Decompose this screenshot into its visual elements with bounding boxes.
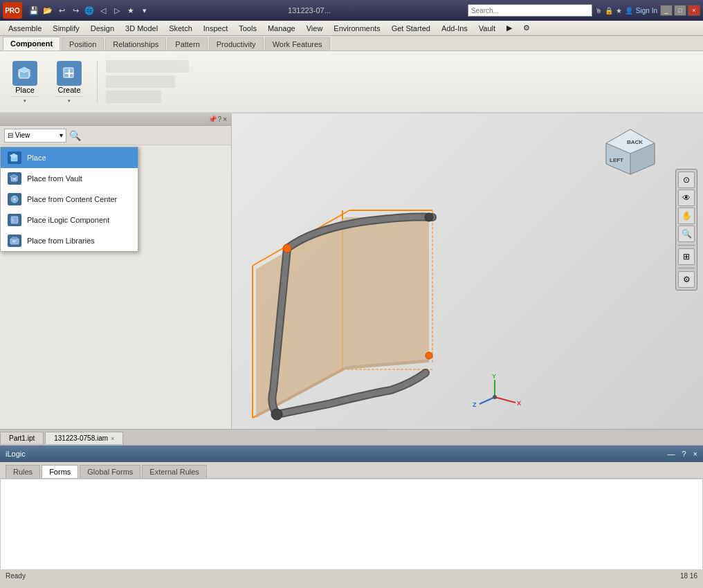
open-btn[interactable]: 📂: [42, 4, 54, 17]
window-title: 131223-07...: [154, 6, 465, 15]
orbit-btn[interactable]: ⊙: [678, 172, 695, 188]
coordinates: 18 16: [680, 572, 697, 580]
zoom-btn[interactable]: 🔍: [678, 226, 695, 242]
nav-forward-btn[interactable]: ▷: [111, 4, 123, 17]
menu-simplify[interactable]: Simplify: [47, 23, 85, 34]
file-tab-part1[interactable]: Part1.ipt: [0, 432, 44, 444]
panel-controls: 📌 ? ×: [208, 116, 227, 123]
panel-tab-globalforms[interactable]: Global Forms: [80, 465, 140, 478]
menu-more[interactable]: ▶: [501, 22, 518, 34]
svg-point-35: [283, 244, 291, 252]
dropdown-item-libraries[interactable]: Place from Libraries: [1, 230, 138, 251]
bottom-panel-title: iLogic: [6, 450, 26, 458]
view-dropdown[interactable]: ⊟ View ▾: [4, 129, 66, 143]
close-btn[interactable]: ×: [688, 5, 700, 16]
menu-design[interactable]: Design: [85, 23, 120, 34]
menu-3dmodel[interactable]: 3D Model: [120, 23, 163, 34]
maximize-btn[interactable]: □: [674, 5, 686, 16]
menu-vault[interactable]: Vault: [473, 23, 501, 34]
redo-btn[interactable]: ↪: [69, 4, 82, 17]
tab-pattern[interactable]: Pattern: [167, 37, 207, 50]
view-label: ⊟ View: [8, 131, 30, 139]
bottom-panel: iLogic — ? × Rules Forms Global Forms Ex…: [0, 444, 703, 569]
svg-text:Y: Y: [492, 373, 496, 380]
viewcube[interactable]: BACK LEFT: [599, 126, 661, 178]
place-button-group[interactable]: Place ▾: [6, 57, 44, 106]
menu-sketch[interactable]: Sketch: [163, 23, 198, 34]
pan-btn[interactable]: ✋: [678, 208, 695, 224]
globe-btn[interactable]: 🌐: [83, 4, 95, 17]
tab-productivity[interactable]: Productivity: [209, 37, 264, 50]
content-center-menu-icon: [8, 193, 21, 205]
dropdown-item-content-center[interactable]: Place from Content Center: [1, 189, 138, 210]
menu-inspect[interactable]: Inspect: [198, 23, 233, 34]
toolbar-div2: [678, 268, 695, 268]
svg-point-13: [13, 198, 16, 201]
tab-workfeatures[interactable]: Work Features: [265, 37, 330, 50]
sign-in-label[interactable]: Sign In: [636, 7, 657, 15]
3d-viewport[interactable]: BACK LEFT ⊙ 👁 ✋ 🔍 ⊞ ⚙: [232, 113, 703, 429]
menu-getstarted[interactable]: Get Started: [386, 23, 436, 34]
save-btn[interactable]: 💾: [28, 4, 40, 17]
panel-tab-forms[interactable]: Forms: [42, 465, 78, 478]
dropdown-item-place[interactable]: Place: [1, 147, 138, 168]
minimize-btn[interactable]: _: [660, 5, 673, 16]
dropdown-btn[interactable]: ▾: [138, 4, 151, 17]
menu-view[interactable]: View: [301, 23, 329, 34]
menu-tools[interactable]: Tools: [233, 23, 262, 34]
title-search-input[interactable]: [468, 4, 592, 17]
place-top[interactable]: Place: [8, 59, 42, 96]
nav-back-btn[interactable]: ◁: [97, 4, 109, 17]
quick-access-toolbar: 💾 📂 ↩ ↪ 🌐 ◁ ▷ ★ ▾: [28, 4, 151, 17]
star-btn[interactable]: ★: [125, 4, 137, 17]
lock-icon: 🔒: [605, 7, 613, 15]
app-logo: PRO: [3, 2, 22, 19]
dropdown-item-vault[interactable]: Place from Vault: [1, 168, 138, 189]
panel-help-btn[interactable]: ?: [218, 116, 222, 123]
undo-btn[interactable]: ↩: [55, 4, 68, 17]
view-arrow: ▾: [60, 131, 63, 139]
dropdown-item-ilogic[interactable]: i Place iLogic Component: [1, 210, 138, 230]
menu-settings[interactable]: ⚙: [518, 22, 536, 34]
panel-tab-externalrules[interactable]: External Rules: [142, 465, 207, 478]
file-tab-close-icon[interactable]: ×: [111, 435, 114, 442]
create-label: Create: [57, 86, 80, 94]
tab-position[interactable]: Position: [62, 37, 104, 50]
status-bar: Ready 18 16: [0, 569, 703, 582]
bottom-panel-minimize-btn[interactable]: —: [667, 450, 675, 458]
panel-pin-btn[interactable]: 📌: [208, 116, 217, 123]
tab-component[interactable]: Component: [3, 37, 60, 50]
ribbon-separator: [97, 61, 98, 102]
place-label: Place: [15, 86, 35, 94]
tab-relationships[interactable]: Relationships: [105, 37, 166, 50]
menu-manage[interactable]: Manage: [262, 23, 301, 34]
create-dropdown-arrow[interactable]: ▾: [55, 96, 83, 104]
bottom-panel-help-btn[interactable]: ?: [682, 450, 686, 458]
cursor-icon: 🖱: [595, 7, 602, 15]
panel-tab-rules[interactable]: Rules: [6, 465, 40, 478]
menu-bar: Assemble Simplify Design 3D Model Sketch…: [0, 21, 703, 36]
menu-environments[interactable]: Environments: [328, 23, 385, 34]
file-tab-assembly[interactable]: 131223-0758.iam ×: [45, 432, 123, 444]
libraries-menu-icon: [8, 235, 21, 247]
svg-text:BACK: BACK: [627, 139, 643, 145]
place-dropdown-arrow[interactable]: ▾: [11, 96, 39, 104]
zoom-all-btn[interactable]: ⊞: [678, 248, 695, 265]
more-tools: [106, 60, 189, 103]
panel-close-x[interactable]: ×: [223, 116, 227, 123]
bottom-panel-content: [0, 479, 703, 570]
menu-addins[interactable]: Add-Ins: [436, 23, 473, 34]
look-btn[interactable]: 👁: [678, 190, 695, 206]
settings-btn[interactable]: ⚙: [678, 271, 695, 288]
svg-point-38: [425, 213, 433, 221]
view-selector-row: ⊟ View ▾ 🔍: [0, 126, 231, 145]
svg-text:Z: Z: [473, 401, 477, 408]
search-icon[interactable]: 🔍: [69, 130, 81, 141]
menu-assemble[interactable]: Assemble: [3, 23, 47, 34]
file-tabs-bar: Part1.ipt 131223-0758.iam ×: [0, 429, 703, 444]
create-top[interactable]: Create: [53, 59, 86, 96]
bottom-panel-tabs: Rules Forms Global Forms External Rules: [0, 462, 703, 479]
svg-rect-17: [12, 237, 17, 239]
bottom-panel-close-btn[interactable]: ×: [693, 450, 697, 458]
create-button-group[interactable]: Create ▾: [50, 57, 89, 106]
